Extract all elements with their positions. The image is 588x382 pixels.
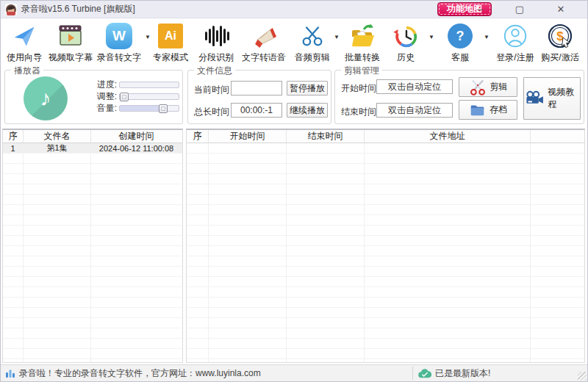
table-cell (187, 236, 209, 245)
continue-playback-button[interactable]: 继续播放 (287, 103, 328, 118)
app-window: 录音啦v15.6 Turbine [旗舰版] 功能地图 – ▢ ✕ 使用向导 视… (0, 0, 588, 382)
column-header: 文件地址 (365, 130, 531, 143)
table-cell (187, 287, 209, 297)
table-cell (365, 154, 531, 163)
toolbar-item-buy-activate[interactable]: $ 购买/激活 (537, 21, 584, 64)
toolbar-item-video-subtitle[interactable]: 视频取字幕 (46, 21, 96, 64)
blue-folder-icon (469, 102, 486, 118)
table-cell (531, 154, 581, 163)
table-cell (24, 246, 91, 256)
table-cell (187, 339, 209, 348)
pause-playback-button[interactable]: 暂停播放 (287, 81, 328, 96)
empty-row (187, 246, 584, 256)
window-title: 录音啦v15.6 Turbine [旗舰版] (21, 3, 135, 15)
progress-slider[interactable] (119, 82, 179, 88)
toolbar-item-audio-clip[interactable]: 音频剪辑 (289, 21, 336, 64)
table-cell (24, 328, 91, 338)
chevron-down-icon[interactable]: ▼ (429, 34, 434, 40)
title-bar: 录音啦v15.6 Turbine [旗舰版] 功能地图 – ▢ ✕ (1, 1, 587, 18)
table-cell (531, 236, 581, 245)
volume-slider-row: 音量: (85, 103, 179, 113)
file-table: 序文件名创建时间 1第1集2024-06-12 11:00:08 (2, 129, 183, 363)
empty-row (3, 298, 182, 308)
resize-grip[interactable] (578, 372, 587, 381)
table-cell (91, 246, 182, 256)
table-cell (287, 195, 365, 204)
minimize-button[interactable]: – (467, 1, 492, 18)
end-time-label: 结束时间 (341, 106, 376, 118)
table-cell (287, 215, 365, 225)
empty-row (187, 328, 584, 339)
start-time-input[interactable] (376, 79, 453, 94)
table-cell (3, 226, 24, 235)
empty-row (187, 143, 584, 154)
table-cell (3, 339, 24, 348)
table-cell (91, 339, 182, 348)
table-cell (91, 287, 182, 297)
table-cell (91, 256, 182, 266)
table-cell (187, 277, 209, 286)
w-app-icon: W (94, 21, 144, 51)
table-cell (365, 349, 531, 358)
toolbar-item-audio-to-text[interactable]: W 录音转文字 (94, 21, 144, 64)
table-cell (24, 164, 91, 173)
adjust-slider-handle[interactable] (120, 93, 129, 101)
table-cell (209, 298, 287, 307)
column-header (531, 130, 581, 143)
volume-slider-handle[interactable] (159, 104, 168, 113)
adjust-slider[interactable] (119, 93, 179, 100)
toolbar-item-text-to-speech[interactable]: 文字转语音 (239, 21, 289, 64)
toolbar-item-batch-convert[interactable]: 批量转换 (339, 21, 386, 64)
table-cell (3, 287, 24, 297)
total-time-input[interactable] (231, 103, 282, 118)
table-cell (3, 328, 24, 338)
file-table-row[interactable]: 1第1集2024-06-12 11:00:08 (3, 143, 182, 154)
toolbar-item-expert-mode[interactable]: Ai 专家模式 (147, 21, 194, 64)
table-cell (3, 298, 24, 307)
start-time-label: 开始时间 (341, 82, 376, 95)
table-cell (531, 256, 581, 266)
table-cell (3, 349, 24, 358)
table-cell (91, 195, 182, 204)
close-button[interactable]: ✕ (548, 1, 573, 18)
maximize-button[interactable]: ▢ (507, 1, 532, 18)
table-cell (531, 308, 581, 317)
table-cell (3, 164, 24, 173)
empty-row (187, 256, 584, 267)
volume-slider[interactable] (119, 105, 179, 112)
table-cell (531, 195, 581, 204)
toolbar-item-history[interactable]: 历史 (382, 21, 429, 64)
table-cell (91, 184, 182, 194)
table-cell (187, 195, 209, 204)
empty-row (187, 154, 584, 164)
table-cell (531, 226, 581, 235)
clip-button[interactable]: 剪辑 (459, 77, 517, 97)
video-tutorial-button[interactable]: 视频教程 (523, 77, 581, 120)
table-cell: 第1集 (24, 143, 91, 153)
table-cell (209, 174, 287, 184)
archive-button[interactable]: 存档 (459, 100, 517, 120)
empty-row (3, 164, 182, 174)
table-cell (24, 154, 91, 163)
current-time-input[interactable] (231, 81, 282, 96)
end-time-input[interactable] (376, 103, 453, 118)
table-cell (24, 236, 91, 245)
current-time-label: 当前时间 (194, 84, 229, 96)
chevron-down-icon[interactable]: ▼ (484, 34, 490, 40)
toolbar-item-segment-recognition[interactable]: 分段识别 (193, 21, 240, 64)
table-cell (287, 154, 365, 163)
table-cell (365, 359, 531, 363)
table-cell (24, 205, 91, 215)
table-cell (365, 267, 531, 276)
empty-row (3, 339, 182, 349)
table-cell (209, 154, 287, 163)
table-cell (209, 164, 287, 173)
empty-row (187, 205, 584, 215)
table-cell (365, 246, 531, 256)
table-cell (531, 174, 581, 184)
toolbar-item-customer-service[interactable]: ? 客服 (437, 21, 484, 64)
table-cell: 1 (3, 143, 24, 153)
table-cell (531, 339, 581, 348)
toolbar-item-login-register[interactable]: 登录/注册 (492, 21, 539, 64)
toolbar-item-wizard[interactable]: 使用向导 (1, 21, 48, 64)
